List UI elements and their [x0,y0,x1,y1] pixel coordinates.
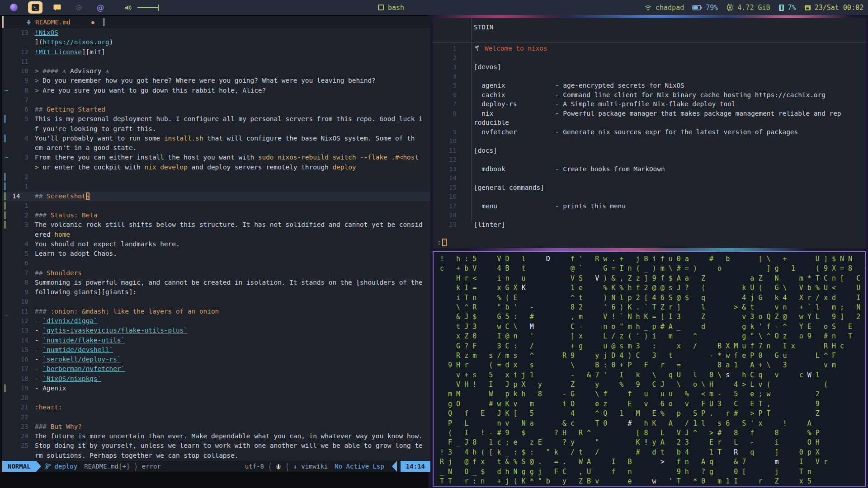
editor-row[interactable]: 8Summoning is powerful magic, and cannot… [2,278,430,287]
editor-row[interactable]: ▎4You'll probably want to run some insta… [2,134,430,143]
editor-row[interactable]: ~3From there you can either install the … [2,153,430,162]
volume-control [125,4,158,11]
pager-row[interactable]: 11[docs] [433,146,866,155]
command-name: agenix [474,81,555,90]
editor-text-area[interactable]: 13!NixOS ](https://nixos.org) 12!MIT Lic… [2,28,430,461]
clock-status: 23/Sat 00:02 [804,4,863,12]
pager-row[interactable]: 17 menu- prints this menu [433,202,866,211]
editor-row[interactable]: ▎14## Screetshots [2,192,430,201]
workspace-spiral[interactable]: @ [93,1,108,14]
editor-row[interactable]: 7## Shoulders [2,268,430,278]
editor-row[interactable]: 18- `NixOS/nixpkgs` [2,374,430,384]
pager-command-prompt[interactable]: : [437,238,447,247]
workspace-settings[interactable] [71,1,86,14]
editor-row[interactable]: em aren't in a good state. [2,143,430,153]
editor-row[interactable]: 14- `numtide/flake-utils` [2,336,430,345]
editor-row[interactable]: 4You should not expect landmarks here. [2,239,430,249]
gutter-sign: _ [2,307,10,316]
line-number: 24 [10,432,28,441]
pager-row[interactable]: 9 nvfetcher- Generate nix sources expr f… [433,127,866,137]
workspace-chat[interactable] [50,1,64,14]
command-description: - A Simple multi-profile Nix-flake deplo… [555,99,736,109]
editor-row[interactable]: ](https://nixos.org) [2,38,430,47]
editor-row[interactable]: 24The future is more uncertain than ever… [2,432,430,441]
editor-row[interactable]: 12!MIT License][mit] [2,47,430,57]
cpu-status: 7% [778,4,796,12]
editor-row[interactable]: 10> #### ⚠ Advisory ⚠ [2,66,430,76]
pager-row[interactable]: 3[devos] [433,62,866,72]
gutter-sign [2,28,10,38]
editor-row[interactable]: ▎1 [2,182,430,191]
editor-row[interactable]: 12- `divnix/digga` [2,316,430,326]
workspace-launcher-group: >_ @ [0,1,158,14]
pager-row[interactable]: 8 nix- Powerful package manager that mak… [433,109,866,118]
editor-row[interactable]: 13!NixOS [2,28,430,38]
editor-row[interactable]: 7 [2,95,430,105]
editor-row[interactable]: ▎2### Status: Beta [2,211,430,220]
editor-row[interactable]: 13- `gytis-ivaskevicius/flake-utils-plus… [2,326,430,335]
pager-row[interactable]: 18 [433,211,866,220]
editor-row[interactable]: > or enter the cockpit with nix develop … [2,163,430,172]
editor-row[interactable]: 15- `numtide/devshell` [2,345,430,355]
editor-row[interactable]: f you're looking to graft this. [2,124,430,134]
matrix-row: V H ! I J p X y Z y % 9 C J \ o \ H 4 > … [440,380,865,389]
pager-row[interactable]: 1Welcome to nixos [433,44,866,53]
pager-row[interactable]: 13 mdbook- Create books from MarkDown [433,164,866,174]
tab-readme[interactable]: README.md ● [26,18,104,26]
gutter-sign [2,336,10,345]
editor-row[interactable]: 25Stop doing it by yourself, unless we l… [2,441,430,450]
network-label: chadpad [656,4,684,12]
pager-row[interactable]: roducible [433,118,866,127]
pager-row[interactable]: 5 agenix- age-encrypted secrets for NixO… [433,81,866,90]
editor-row[interactable]: 20 [2,393,430,403]
pager-text-area[interactable]: 1Welcome to nixos23[devos]45 agenix- age… [433,44,866,229]
pager-row[interactable]: 2 [433,53,866,63]
pager-line-number: 13 [433,164,457,174]
workspace-terminal-active[interactable]: >_ [28,1,42,14]
editor-row[interactable]: 5Learn to adopt Chaos. [2,249,430,258]
editor-row[interactable]: _11### :onion: &mdash; like the layers o… [2,307,430,316]
editor-row[interactable]: 9following giants][giants]: [2,287,430,297]
editor-row[interactable]: 17- `berberman/nvfetcher` [2,364,430,374]
workspace-firefox[interactable] [6,1,21,14]
editor-row[interactable]: ▎1 [2,201,430,211]
editor-row[interactable]: ▎2 [2,172,430,182]
editor-row[interactable]: 11 [2,57,430,66]
pager-row[interactable]: 7 deploy-rs- A Simple multi-profile Nix-… [433,99,866,109]
volume-slider-handle[interactable] [158,5,159,11]
editor-row[interactable]: ~8> Are you sure you want to go down thi… [2,86,430,95]
volume-slider[interactable] [137,7,158,8]
pager-line-number: 10 [433,136,457,146]
pager-line-number: 6 [433,90,457,100]
powerline-arrow-left [392,461,397,472]
pager-row[interactable]: 14 [433,174,866,183]
pager-row[interactable]: 12 [433,155,866,164]
matrix-cells: 1 [811,371,820,379]
matrix-row: ! h : 5 V D l D f ' R w . + j B i f u 0 … [440,254,865,264]
editor-row[interactable]: ▎19- Agenix [2,384,430,393]
editor-row[interactable]: ered home [2,230,430,239]
editor-row[interactable]: 16- `serokell/deploy-rs` [2,355,430,364]
gutter-sign [2,393,10,403]
editor-row[interactable]: 9> Do you remember how you got here? Whe… [2,76,430,85]
pager-line-number: 14 [433,174,457,183]
editor-row[interactable]: 21:heart: [2,403,430,412]
editor-row[interactable]: 22 [2,413,430,422]
editor-row[interactable]: ▎3The volcanic rock still shifts below t… [2,220,430,230]
pager-text: [linter] [474,220,505,230]
pager-row[interactable]: 19[linter] [433,220,866,230]
matrix-cells: F _ J 8 1 c ; e z E ? y " K [440,438,644,446]
pager-row[interactable]: 16 [433,192,866,202]
pager-line-number: 12 [433,155,457,164]
pager-row[interactable]: 15[general commands] [433,183,866,192]
gutter-sign: ~ [2,153,10,162]
pager-row[interactable]: 4 [433,72,866,81]
editor-row[interactable]: ▎5This is my personal deployment hub. I … [2,114,430,124]
editor-row[interactable]: rm solutions. Perhaps together we can st… [2,451,430,460]
editor-row[interactable]: 6 [2,258,430,268]
editor-row[interactable]: 23### But Why? [2,422,430,432]
pager-row[interactable]: 6 cachix- Command line client for Nix bi… [433,90,866,100]
editor-row[interactable]: 6## Getting Started [2,105,430,114]
editor-row[interactable]: 10 [2,297,430,306]
pager-row[interactable]: 10 [433,136,866,146]
